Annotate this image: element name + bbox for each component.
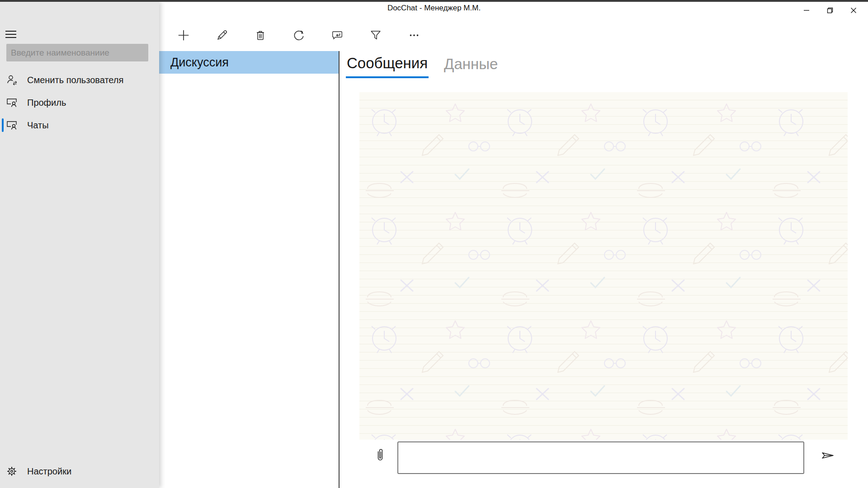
sidebar: Сменить пользователя Профиль (0, 2, 159, 488)
selection-indicator (2, 118, 4, 132)
window-controls (795, 2, 865, 19)
refresh-button[interactable] (288, 23, 310, 47)
sidebar-item-label: Настройки (27, 466, 71, 477)
edit-icon (215, 28, 229, 42)
paperclip-icon (373, 457, 387, 464)
app-window: DocChat - Менеджер М.М. (0, 0, 868, 488)
sidebar-item-chats[interactable]: Чаты (0, 114, 159, 136)
add-button[interactable] (173, 23, 194, 47)
ellipsis-icon (407, 28, 421, 42)
hamburger-button[interactable] (5, 23, 22, 36)
sidebar-item-switch-user[interactable]: Сменить пользователя (0, 69, 159, 91)
chats-card-icon (6, 119, 18, 131)
tab-messages[interactable]: Сообщения (346, 55, 429, 78)
search-input[interactable] (6, 44, 148, 61)
profile-card-icon (6, 97, 18, 108)
sidebar-item-label: Сменить пользователя (27, 75, 123, 85)
list-item-discussion[interactable]: Дискуссия (159, 51, 339, 74)
chat-panel: Сообщения Данные (340, 51, 868, 488)
filter-button[interactable] (365, 23, 387, 47)
sidebar-nav: Сменить пользователя Профиль (0, 69, 159, 136)
switch-user-icon (6, 74, 18, 86)
minimize-icon (803, 7, 810, 14)
send-button[interactable] (819, 448, 837, 464)
discussion-list-panel: Дискуссия (159, 51, 340, 488)
message-input[interactable] (397, 441, 804, 474)
tab-bar: Сообщения Данные (346, 55, 499, 78)
restore-button[interactable] (818, 2, 842, 19)
edit-button[interactable] (211, 23, 233, 47)
window-top-border (0, 0, 868, 2)
chat-history-area (359, 92, 848, 440)
discussion-button[interactable] (326, 23, 348, 47)
chat-bubble-icon (330, 28, 344, 42)
hamburger-icon (5, 31, 16, 32)
tab-data[interactable]: Данные (443, 55, 499, 78)
more-button[interactable] (403, 23, 425, 47)
sidebar-item-label: Профиль (27, 98, 66, 108)
filter-icon (369, 28, 382, 42)
close-button[interactable] (842, 2, 865, 19)
delete-button[interactable] (250, 23, 271, 47)
refresh-icon (292, 28, 306, 42)
sidebar-item-label: Чаты (27, 120, 49, 131)
main-content: Дискуссия Сообщения Данные (159, 19, 868, 488)
doodle-background (359, 92, 848, 440)
delete-icon (254, 28, 267, 42)
list-item-title: Дискуссия (170, 56, 229, 70)
toolbar (159, 19, 868, 51)
close-icon (850, 7, 857, 14)
send-icon (820, 457, 835, 464)
minimize-button[interactable] (795, 2, 818, 19)
attach-button[interactable] (372, 447, 388, 464)
sidebar-item-profile[interactable]: Профиль (0, 91, 159, 114)
restore-icon (826, 7, 834, 14)
workspace: Дискуссия Сообщения Данные (159, 51, 868, 488)
gear-icon (6, 465, 18, 477)
add-icon (177, 28, 190, 42)
sidebar-item-settings[interactable]: Настройки (0, 460, 159, 483)
